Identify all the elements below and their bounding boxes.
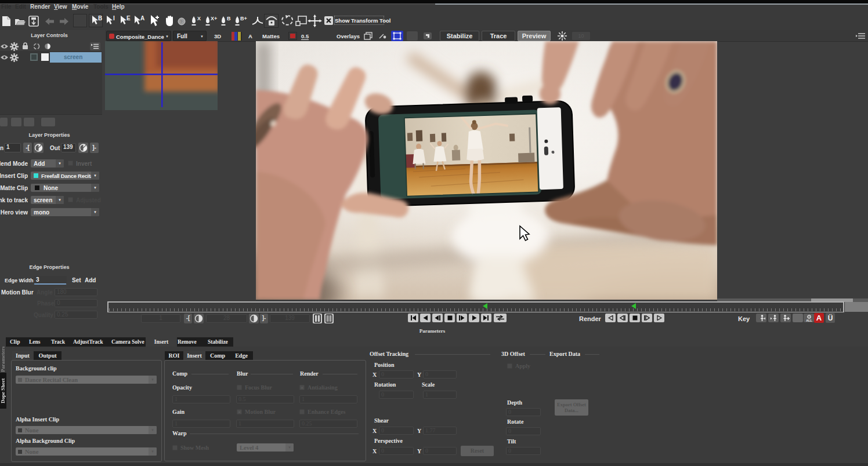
svg-text:E: E (126, 15, 131, 21)
svg-text:X: X (197, 16, 201, 21)
svg-text:X+: X+ (211, 16, 217, 21)
svg-text:A: A (140, 15, 144, 21)
svg-text:I: I (113, 15, 115, 21)
svg-text:ALL: ALL (806, 318, 812, 322)
svg-text:B+: B+ (240, 16, 247, 21)
svg-text:B: B (98, 15, 102, 21)
svg-text:B: B (227, 16, 231, 21)
svg-text:?: ? (180, 19, 183, 24)
